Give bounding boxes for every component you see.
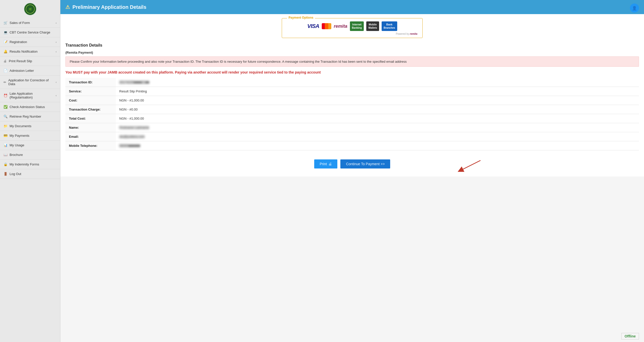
visa-logo: VISA: [307, 23, 319, 29]
continue-to-payment-button[interactable]: Continue To Payment >>: [340, 159, 390, 168]
sidebar-icon-admission-letter: 📄: [4, 69, 8, 73]
sidebar-item-application-correction[interactable]: ✏ Application for Correction of Data ‹: [0, 76, 60, 89]
row-label: Mobile Telephone:: [65, 141, 116, 150]
sidebar-item-log-out[interactable]: 🚪 Log Out: [0, 169, 60, 179]
svg-line-0: [460, 160, 480, 170]
offline-badge: Offline: [621, 333, 639, 339]
page-header: ⚠ Preliminary Application Details ▼: [60, 0, 644, 14]
sidebar-icon-retrieve-reg: 🔍: [4, 115, 8, 118]
sidebar-icon-late-application: ⏰: [4, 94, 8, 97]
sidebar-icon-sales-of-form: 🛒: [4, 21, 8, 25]
content-area: Payment Options VISA remita Internet Ban…: [60, 14, 644, 177]
chevron-icon-results-notification: ‹: [56, 50, 57, 53]
sidebar-item-print-result-slip[interactable]: 🖨 Print Result Slip: [0, 56, 60, 66]
sidebar-item-my-indemnity[interactable]: 🔒 My Indemnity Forms: [0, 160, 60, 169]
table-row: Cost:NGN - #1,000.00: [65, 96, 639, 105]
sidebar-label-print-result-slip: Print Result Slip: [9, 59, 32, 63]
print-button[interactable]: Print 🖨: [314, 159, 338, 168]
sidebar-icon-registration: 📝: [4, 40, 8, 44]
payment-logos: VISA remita Internet Banking Mobile Wall…: [287, 21, 417, 31]
sidebar-label-cbt-centre: CBT Centre Service Charge: [10, 30, 50, 34]
sidebar-item-my-usage[interactable]: 📊 My Usage: [0, 141, 60, 150]
bank-branches-button[interactable]: Bank Branches: [382, 21, 397, 31]
row-label: Cost:: [65, 96, 116, 105]
sidebar-icon-results-notification: 🔔: [4, 50, 8, 53]
page-header-title: ⚠ Preliminary Application Details: [65, 4, 146, 10]
sidebar-item-check-admission[interactable]: ✅ Check Admission Status: [0, 102, 60, 112]
sidebar-label-log-out: Log Out: [10, 172, 21, 176]
sidebar: 🌿 🛒 Sales of Form ‹ 💻 CBT Centre Service…: [0, 0, 60, 342]
chevron-icon-late-application: ‹: [56, 94, 57, 97]
sidebar-item-admission-letter[interactable]: 📄 Admission Letter: [0, 66, 60, 76]
table-row: Service:Result Slip Printing: [65, 87, 639, 96]
transaction-title: Transaction Details: [65, 43, 639, 48]
remita-label: (Remita Payment): [65, 51, 639, 54]
sidebar-label-check-admission: Check Admission Status: [10, 105, 45, 109]
row-value: olu@justtera.com: [116, 132, 639, 141]
table-row: Mobile Telephone:08065■■■■■■: [65, 141, 639, 150]
sidebar-item-retrieve-reg[interactable]: 🔍 Retrieve Reg Number: [0, 112, 60, 121]
sidebar-icon-application-correction: ✏: [4, 80, 6, 84]
row-value: NGN - #0.00: [116, 105, 639, 114]
table-row: Transaction ID:20174225■■■■21■■: [65, 78, 639, 87]
mobile-wallets-button[interactable]: Mobile Wallets: [366, 21, 379, 31]
sidebar-item-late-application[interactable]: ⏰ Late Application (Regularisation) ‹: [0, 89, 60, 102]
chevron-icon-application-correction: ‹: [56, 81, 57, 84]
sidebar-item-sales-of-form[interactable]: 🛒 Sales of Form ‹: [0, 18, 60, 28]
sidebar-icon-print-result-slip: 🖨: [4, 59, 7, 63]
sidebar-item-results-notification[interactable]: 🔔 Results Notification ‹: [0, 47, 60, 56]
arrow-pointer: [453, 158, 483, 174]
table-row: Transaction Charge:NGN - #0.00: [65, 105, 639, 114]
chevron-icon-sales-of-form: ‹: [56, 21, 57, 24]
logo-circle: 🌿: [24, 3, 36, 15]
row-value: Result Slip Printing: [116, 87, 639, 96]
sidebar-item-my-documents[interactable]: 📁 My Documents: [0, 121, 60, 131]
row-value: NGN - #1,000.00: [116, 96, 639, 105]
row-label: Total Cost:: [65, 114, 116, 123]
sidebar-icon-brochure: 📖: [4, 153, 8, 157]
sidebar-label-late-application: Late Application (Regularisation): [10, 92, 56, 99]
row-value: Firstname Lastname: [116, 123, 639, 132]
sidebar-label-my-indemnity: My Indemnity Forms: [10, 162, 39, 166]
row-label: Service:: [65, 87, 116, 96]
remita-logo: remita: [334, 24, 347, 29]
row-label: Email:: [65, 132, 116, 141]
sidebar-icon-my-usage: 📊: [4, 143, 8, 147]
warning-icon: ⚠: [65, 4, 70, 10]
row-value: NGN - #1,000.00: [116, 114, 639, 123]
logo-area: 🌿: [0, 0, 60, 18]
table-row: Email:olu@justtera.com: [65, 132, 639, 141]
info-alert: Please Confirm your Information before p…: [65, 56, 639, 67]
sidebar-label-brochure: Brochure: [10, 153, 23, 157]
page-title: Preliminary Application Details: [72, 4, 146, 10]
sidebar-icon-my-documents: 📁: [4, 124, 8, 128]
warning-text: You MUST pay with your JAMB account crea…: [65, 70, 639, 74]
user-avatar[interactable]: 👤: [630, 4, 639, 13]
print-icon: 🖨: [328, 162, 332, 166]
sidebar-icon-my-indemnity: 🔒: [4, 162, 8, 166]
payment-options-label: Payment Options: [287, 16, 315, 19]
row-label: Name:: [65, 123, 116, 132]
sidebar-item-my-payments[interactable]: 💳 My Payments: [0, 131, 60, 141]
sidebar-label-registration: Registration: [10, 40, 27, 44]
internet-banking-button[interactable]: Internet Banking: [350, 21, 364, 31]
row-value: 08065■■■■■■: [116, 141, 639, 150]
row-label: Transaction ID:: [65, 78, 116, 87]
row-label: Transaction Charge:: [65, 105, 116, 114]
sidebar-label-application-correction: Application for Correction of Data: [8, 78, 56, 86]
sidebar-label-my-documents: My Documents: [10, 124, 31, 128]
sidebar-item-registration[interactable]: 📝 Registration ‹: [0, 37, 60, 47]
sidebar-icon-my-payments: 💳: [4, 134, 8, 138]
main-content: ⚠ Preliminary Application Details ▼ Paym…: [60, 0, 644, 342]
sidebar-label-my-usage: My Usage: [10, 143, 24, 147]
sidebar-item-brochure[interactable]: 📖 Brochure: [0, 150, 60, 160]
sidebar-item-cbt-centre[interactable]: 💻 CBT Centre Service Charge: [0, 28, 60, 37]
powered-by: Powered by remita: [287, 32, 417, 35]
sidebar-icon-cbt-centre: 💻: [4, 30, 8, 34]
sidebar-icon-log-out: 🚪: [4, 172, 8, 176]
details-table: Transaction ID:20174225■■■■21■■Service:R…: [65, 78, 639, 150]
chevron-icon-registration: ‹: [56, 41, 57, 44]
logo-inner: 🌿: [26, 5, 35, 14]
sidebar-icon-check-admission: ✅: [4, 105, 8, 109]
mastercard-logo: [322, 23, 331, 29]
